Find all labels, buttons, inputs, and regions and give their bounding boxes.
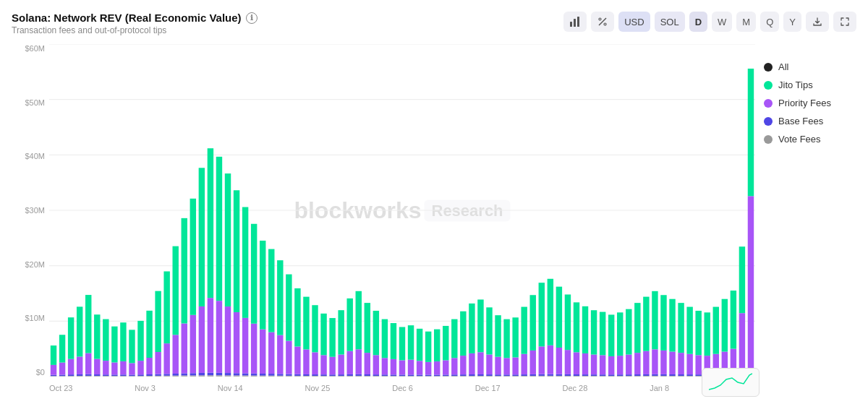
svg-rect-270: [608, 374, 614, 376]
svg-rect-57: [146, 376, 152, 377]
svg-rect-148: [338, 310, 344, 354]
period-y-btn[interactable]: Y: [783, 12, 801, 32]
svg-rect-114: [268, 374, 274, 376]
svg-rect-137: [320, 376, 326, 377]
svg-rect-199: [451, 358, 457, 374]
svg-rect-267: [600, 355, 605, 374]
svg-rect-287: [643, 351, 649, 374]
svg-rect-59: [146, 358, 152, 374]
legend-item-vote[interactable]: Vote Fees: [764, 134, 848, 145]
svg-rect-298: [669, 374, 675, 376]
svg-rect-191: [434, 361, 440, 374]
svg-rect-268: [600, 312, 605, 356]
usd-btn[interactable]: USD: [618, 12, 650, 32]
svg-rect-101: [242, 376, 248, 377]
svg-rect-159: [365, 353, 370, 374]
period-q-btn[interactable]: Q: [760, 12, 779, 32]
svg-rect-104: [242, 207, 248, 318]
legend-item-priority[interactable]: Priority Fees: [764, 98, 848, 108]
legend: All Jito Tips Priority Fees Base Fees Vo…: [755, 56, 856, 398]
svg-rect-15: [51, 365, 56, 375]
sol-btn[interactable]: SOL: [655, 12, 685, 32]
svg-rect-306: [686, 374, 692, 376]
svg-rect-175: [399, 360, 405, 374]
svg-rect-171: [391, 359, 396, 374]
svg-rect-53: [137, 376, 143, 377]
svg-rect-30: [85, 374, 91, 376]
svg-point-4: [599, 18, 601, 20]
svg-rect-77: [190, 375, 196, 377]
svg-rect-269: [608, 376, 614, 377]
svg-rect-295: [660, 351, 666, 374]
mini-chart[interactable]: [702, 368, 760, 397]
svg-rect-110: [260, 374, 265, 376]
svg-rect-140: [320, 314, 326, 356]
percent-btn[interactable]: [591, 12, 614, 32]
svg-rect-149: [346, 376, 352, 377]
svg-rect-286: [643, 374, 649, 376]
svg-rect-282: [634, 374, 640, 376]
svg-rect-24: [68, 317, 74, 359]
x-label-nov14: Nov 14: [218, 384, 243, 392]
y-label-60m: $60M: [25, 44, 45, 53]
svg-rect-184: [417, 329, 422, 361]
svg-rect-28: [77, 306, 82, 356]
svg-rect-172: [391, 323, 396, 359]
svg-rect-241: [548, 376, 553, 377]
legend-item-jito[interactable]: Jito Tips: [764, 79, 848, 90]
svg-rect-145: [338, 376, 344, 377]
period-w-btn[interactable]: W: [712, 12, 732, 32]
svg-rect-235: [530, 351, 536, 374]
svg-rect-292: [652, 291, 658, 350]
svg-rect-251: [565, 350, 571, 374]
svg-rect-302: [678, 374, 684, 376]
svg-rect-259: [582, 353, 588, 374]
svg-rect-205: [469, 376, 475, 377]
svg-rect-74: [182, 374, 187, 376]
info-icon[interactable]: ℹ: [246, 12, 258, 24]
svg-rect-169: [391, 376, 396, 377]
svg-rect-138: [320, 374, 326, 376]
legend-item-base[interactable]: Base Fees: [764, 116, 848, 126]
svg-rect-300: [669, 299, 675, 352]
svg-rect-66: [163, 374, 169, 375]
x-axis-labels: Oct 23 Nov 3 Nov 14 Nov 25 Dec 6 Dec 17 …: [49, 378, 755, 398]
svg-rect-244: [548, 279, 553, 345]
svg-rect-90: [216, 373, 222, 375]
svg-rect-152: [346, 298, 352, 351]
period-m-btn[interactable]: M: [736, 12, 756, 32]
svg-rect-277: [626, 376, 631, 377]
download-btn[interactable]: [806, 12, 829, 32]
svg-rect-200: [451, 319, 457, 358]
svg-rect-230: [521, 374, 527, 376]
svg-rect-328: [731, 291, 736, 349]
x-label-nov3: Nov 3: [135, 384, 156, 392]
svg-rect-206: [469, 374, 475, 376]
svg-rect-47: [120, 361, 126, 374]
svg-rect-117: [277, 376, 283, 377]
legend-label-base: Base Fees: [778, 116, 823, 126]
svg-rect-165: [382, 376, 388, 377]
svg-rect-17: [59, 376, 65, 377]
legend-item-all[interactable]: All: [764, 61, 848, 72]
svg-rect-208: [469, 304, 475, 353]
svg-rect-274: [617, 374, 623, 376]
legend-label-jito: Jito Tips: [778, 79, 813, 90]
svg-rect-266: [600, 374, 605, 376]
y-label-20m: $20M: [25, 260, 45, 269]
svg-rect-61: [155, 376, 161, 377]
body-row: $60M $50M $40M $30M $20M $10M $0 blockwo…: [12, 44, 856, 398]
svg-rect-164: [373, 311, 379, 355]
expand-btn[interactable]: [833, 12, 856, 32]
period-d-btn[interactable]: D: [689, 12, 707, 32]
svg-rect-248: [556, 287, 562, 348]
bar-chart-icon-btn[interactable]: [563, 12, 587, 32]
svg-rect-225: [512, 376, 518, 377]
svg-rect-68: [163, 271, 169, 343]
svg-line-3: [599, 18, 606, 25]
svg-rect-93: [225, 375, 231, 377]
svg-rect-272: [608, 314, 614, 356]
svg-rect-217: [495, 376, 501, 377]
svg-rect-32: [85, 295, 91, 353]
svg-rect-73: [182, 376, 187, 377]
